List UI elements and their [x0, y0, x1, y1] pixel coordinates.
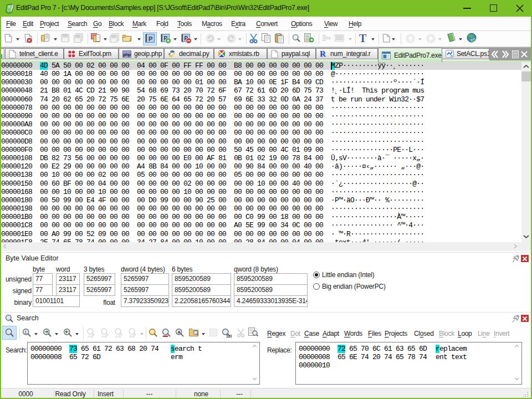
svg-text:1: 1 [24, 330, 27, 335]
svg-text:A›B: A›B [115, 335, 121, 338]
svg-text:A›B: A›B [129, 335, 135, 338]
svg-text:A›B: A›B [88, 335, 93, 338]
svg-text:P: P [149, 35, 152, 42]
svg-text:A›B: A›B [101, 335, 107, 338]
svg-text:A: A [177, 330, 181, 335]
svg-text:123: 123 [226, 334, 232, 338]
